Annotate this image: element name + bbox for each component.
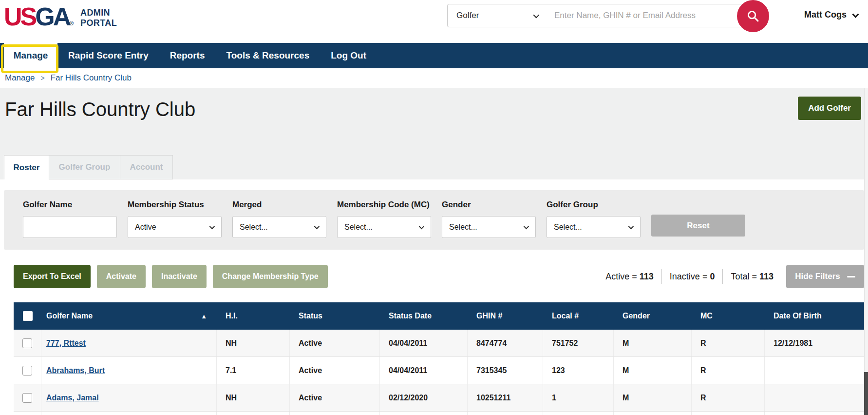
- user-name: Matt Cogs: [804, 10, 847, 20]
- filter-membership-code: Membership Code (MC) Select...: [337, 200, 431, 238]
- tab-golfer-group[interactable]: Golfer Group: [49, 155, 120, 179]
- scrollbar-thumb[interactable]: [864, 372, 868, 415]
- cell-hi: NH: [217, 384, 290, 411]
- merged-select[interactable]: Select...: [232, 216, 326, 238]
- golfer-name-link[interactable]: 777, Rttest: [46, 339, 86, 348]
- club-tabs: Roster Golfer Group Account: [4, 155, 173, 179]
- cell-mc: R: [692, 330, 765, 356]
- cell-status-date: 04/04/2011: [380, 357, 468, 384]
- global-search: Golfer: [447, 4, 762, 27]
- row-checkbox[interactable]: [22, 366, 32, 375]
- filter-label-gender: Gender: [442, 200, 536, 210]
- export-to-excel-button[interactable]: Export To Excel: [14, 265, 91, 288]
- column-header-status[interactable]: Status: [290, 302, 380, 330]
- cell-status: Active: [290, 384, 380, 411]
- tab-account[interactable]: Account: [120, 155, 173, 179]
- admin-portal-label: ADMIN PORTAL: [80, 8, 117, 28]
- cell-status: Active: [290, 357, 380, 384]
- column-header-golfer-name[interactable]: Golfer Name ▲: [41, 302, 217, 330]
- cell-hi: NH: [217, 330, 290, 356]
- filters-panel: Golfer Name Membership Status Active Mer…: [4, 190, 864, 250]
- search-category-select[interactable]: Golfer: [448, 4, 547, 27]
- filter-membership-status: Membership Status Active: [128, 200, 222, 238]
- reset-button[interactable]: Reset: [651, 215, 745, 237]
- cell-status-date: 02/12/2020: [380, 384, 468, 411]
- column-header-mc[interactable]: MC: [692, 302, 765, 330]
- roster-table: Golfer Name ▲ H.I. Status Status Date GH…: [14, 302, 864, 415]
- cell-dob: [765, 357, 864, 384]
- row-checkbox[interactable]: [22, 338, 32, 348]
- cell-ghin: 10251211: [468, 384, 543, 411]
- column-header-ghin[interactable]: GHIN #: [468, 302, 543, 330]
- table-row: 777, Rttest NH Active 04/04/2011 8474774…: [14, 330, 864, 357]
- page-title: Far Hills Country Club: [5, 99, 195, 120]
- chevron-down-icon: [209, 223, 215, 229]
- active-count: Active = 113: [605, 272, 654, 282]
- cell-gender: M: [614, 330, 692, 356]
- gender-select[interactable]: Select...: [442, 216, 536, 238]
- table-row-partial: [14, 412, 864, 415]
- chevron-down-icon: [628, 223, 634, 229]
- cell-ghin: 8474774: [468, 330, 543, 356]
- filter-gender: Gender Select...: [442, 200, 536, 238]
- golfer-name-link[interactable]: Abrahams, Burt: [46, 366, 105, 375]
- nav-item-rapid-score-entry[interactable]: Rapid Score Entry: [57, 43, 159, 68]
- inactivate-button[interactable]: Inactivate: [152, 265, 207, 288]
- column-header-hi[interactable]: H.I.: [217, 302, 290, 330]
- cell-status-date: 04/04/2011: [380, 330, 468, 356]
- filter-label-merged: Merged: [232, 200, 326, 210]
- activate-button[interactable]: Activate: [97, 265, 146, 288]
- golfer-name-input[interactable]: [23, 216, 117, 238]
- usga-logo: USGA®: [4, 2, 74, 38]
- row-checkbox[interactable]: [22, 393, 32, 403]
- cell-local: 1: [543, 384, 614, 411]
- registered-mark: ®: [69, 20, 74, 27]
- user-menu[interactable]: Matt Cogs: [804, 10, 857, 20]
- cell-ghin: 7315345: [468, 357, 543, 384]
- nav-item-log-out[interactable]: Log Out: [320, 43, 377, 68]
- breadcrumb: Manage > Far Hills Country Club: [0, 68, 868, 88]
- search-input[interactable]: [547, 4, 708, 27]
- golfer-name-link[interactable]: Adams, Jamal: [46, 394, 99, 402]
- filter-label-golfer-name: Golfer Name: [23, 200, 117, 210]
- tab-roster[interactable]: Roster: [4, 155, 49, 179]
- nav-item-reports[interactable]: Reports: [159, 43, 216, 68]
- club-header-section: Far Hills Country Club Add Golfer Roster…: [0, 88, 868, 179]
- breadcrumb-link-manage[interactable]: Manage: [5, 73, 35, 83]
- column-header-gender[interactable]: Gender: [614, 302, 692, 330]
- golfer-group-select[interactable]: Select...: [547, 216, 641, 238]
- search-button[interactable]: [737, 0, 769, 32]
- membership-status-select[interactable]: Active: [128, 216, 222, 238]
- column-header-local[interactable]: Local #: [543, 302, 614, 330]
- spacer: [0, 179, 868, 190]
- logo-ga: GA: [35, 2, 69, 31]
- search-category-value: Golfer: [456, 11, 479, 20]
- add-golfer-button[interactable]: Add Golfer: [798, 97, 861, 120]
- column-header-dob[interactable]: Date Of Birth: [765, 302, 864, 330]
- membership-code-select[interactable]: Select...: [337, 216, 431, 238]
- nav-item-tools-resources[interactable]: Tools & Resources: [216, 43, 321, 68]
- scrollbar-track[interactable]: [864, 88, 868, 415]
- nav-item-manage[interactable]: Manage: [4, 43, 57, 68]
- cell-gender: M: [614, 384, 692, 411]
- cell-mc: R: [692, 357, 765, 384]
- select-all-checkbox[interactable]: [23, 311, 33, 321]
- cell-dob: [765, 384, 864, 411]
- primary-nav: Manage Rapid Score Entry Reports Tools &…: [0, 43, 868, 68]
- column-header-status-date[interactable]: Status Date: [380, 302, 468, 330]
- filter-merged: Merged Select...: [232, 200, 326, 238]
- cell-status: Active: [290, 330, 380, 356]
- roster-toolbar: Export To Excel Activate Inactivate Chan…: [14, 264, 864, 289]
- table-header-row: Golfer Name ▲ H.I. Status Status Date GH…: [14, 302, 864, 330]
- logo-us: US: [4, 2, 35, 31]
- table-row: Adams, Jamal NH Active 02/12/2020 102512…: [14, 384, 864, 412]
- chevron-down-icon: [533, 12, 540, 18]
- chevron-down-icon: [314, 223, 320, 229]
- change-membership-type-button[interactable]: Change Membership Type: [213, 265, 328, 288]
- sort-asc-icon: ▲: [201, 313, 207, 320]
- bulk-actions: Export To Excel Activate Inactivate Chan…: [14, 265, 328, 288]
- hide-filters-button[interactable]: Hide Filters: [786, 265, 864, 288]
- minus-icon: [847, 276, 855, 277]
- cell-gender: M: [614, 357, 692, 384]
- divider: [661, 269, 662, 284]
